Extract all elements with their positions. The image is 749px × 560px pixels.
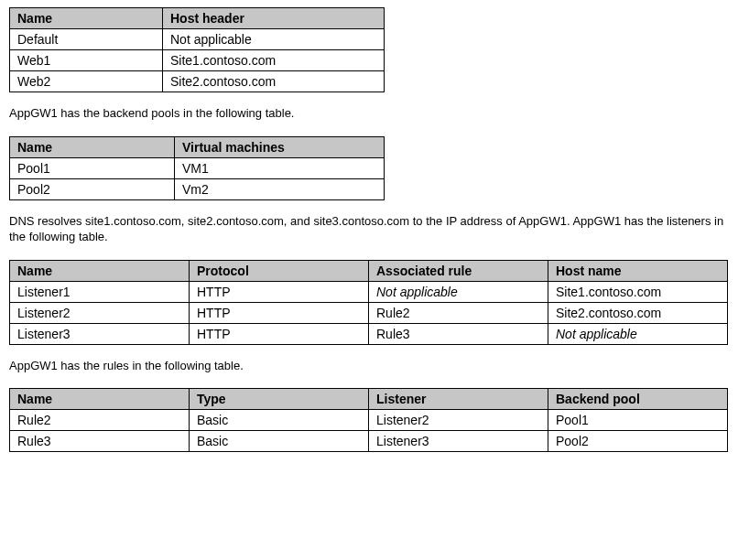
col-listener: Listener: [369, 389, 548, 410]
table-row: Default Not applicable: [10, 29, 385, 50]
table-header-row: Name Virtual machines: [10, 136, 385, 157]
listeners-table: Name Protocol Associated rule Host name …: [9, 260, 728, 345]
col-type: Type: [190, 389, 369, 410]
table-row: Listener3 HTTP Rule3 Not applicable: [10, 323, 728, 344]
col-vm: Virtual machines: [175, 136, 385, 157]
table-row: Pool1 VM1: [10, 157, 385, 178]
table-row: Rule3 Basic Listener3 Pool2: [10, 431, 728, 452]
table-row: Web2 Site2.contoso.com: [10, 71, 385, 92]
col-protocol: Protocol: [190, 260, 369, 281]
table-row: Listener2 HTTP Rule2 Site2.contoso.com: [10, 302, 728, 323]
table-header-row: Name Host header: [10, 8, 385, 29]
col-hostname: Host name: [548, 260, 728, 281]
table-header-row: Name Protocol Associated rule Host name: [10, 260, 728, 281]
paragraph-dns: DNS resolves site1.contoso.com, site2.co…: [9, 213, 740, 245]
table-row: Web1 Site1.contoso.com: [10, 50, 385, 71]
col-name: Name: [10, 389, 190, 410]
col-name: Name: [10, 136, 175, 157]
table-row: Rule2 Basic Listener2 Pool1: [10, 410, 728, 431]
paragraph-backend-pools: AppGW1 has the backend pools in the foll…: [9, 105, 740, 122]
table-row: Pool2 Vm2: [10, 178, 385, 199]
table-row: Listener1 HTTP Not applicable Site1.cont…: [10, 281, 728, 302]
col-assoc-rule: Associated rule: [369, 260, 548, 281]
host-header-table: Name Host header Default Not applicable …: [9, 7, 385, 92]
backend-pools-table: Name Virtual machines Pool1 VM1 Pool2 Vm…: [9, 136, 385, 200]
col-backend-pool: Backend pool: [548, 389, 728, 410]
rules-table: Name Type Listener Backend pool Rule2 Ba…: [9, 388, 728, 452]
table-header-row: Name Type Listener Backend pool: [10, 389, 728, 410]
col-hostheader: Host header: [163, 8, 385, 29]
col-name: Name: [10, 8, 163, 29]
col-name: Name: [10, 260, 190, 281]
paragraph-rules: AppGW1 has the rules in the following ta…: [9, 358, 740, 374]
